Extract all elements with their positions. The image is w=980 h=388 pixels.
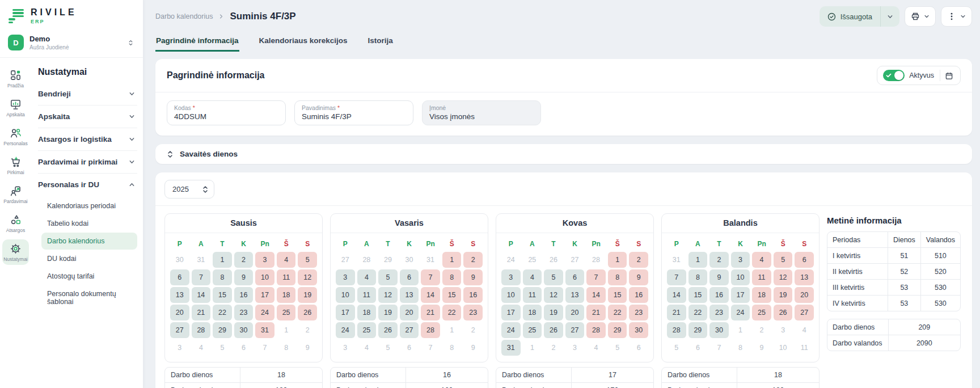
account-switcher[interactable]: D Demo Aušra Juodienė <box>7 30 136 57</box>
day-cell-restday[interactable]: 18 <box>277 287 296 303</box>
day-cell-workday[interactable]: 26 <box>378 322 398 338</box>
day-cell-workday[interactable]: 2 <box>709 252 729 268</box>
day-cell-workday[interactable]: 3 <box>731 252 750 268</box>
day-cell-restday[interactable]: 14 <box>421 287 440 303</box>
rail-item-atsargos[interactable]: Atsargos <box>2 210 29 236</box>
weekday-header[interactable]: P <box>336 238 355 250</box>
day-cell-restday[interactable]: 26 <box>774 305 793 320</box>
day-cell-restday[interactable]: 30 <box>629 322 648 338</box>
day-cell-workday[interactable]: 9 <box>709 269 729 285</box>
day-cell-workday[interactable]: 21 <box>667 305 686 320</box>
day-cell-workday[interactable]: 9 <box>234 269 254 285</box>
weekday-header[interactable]: P <box>667 238 686 250</box>
day-cell-restday[interactable]: 27 <box>795 305 814 320</box>
day-cell-workday[interactable]: 2 <box>234 252 254 268</box>
day-cell-workday[interactable]: 20 <box>400 305 419 320</box>
day-cell-workday[interactable]: 30 <box>709 322 729 338</box>
day-cell-workday[interactable]: 23 <box>234 305 254 320</box>
day-cell-workday[interactable]: 26 <box>544 322 563 338</box>
day-cell-workday[interactable]: 1 <box>213 252 232 268</box>
day-cell-workday[interactable]: 12 <box>544 287 563 303</box>
day-cell-workday[interactable]: 15 <box>213 287 232 303</box>
day-cell-restday[interactable]: 25 <box>752 305 771 320</box>
weekday-header[interactable]: S <box>629 238 648 250</box>
weekday-header[interactable]: T <box>544 238 563 250</box>
tab-istorija[interactable]: Istorija <box>368 33 394 52</box>
day-cell-workday[interactable]: 14 <box>667 287 686 303</box>
day-cell-workday[interactable]: 24 <box>501 322 521 338</box>
day-cell-workday[interactable]: 6 <box>170 269 189 285</box>
saved-button[interactable]: Išsaugota <box>820 6 880 27</box>
year-select[interactable]: 2025 <box>164 180 214 199</box>
weekday-header[interactable]: Š <box>774 238 793 250</box>
day-cell-workday[interactable]: 19 <box>544 305 563 320</box>
day-cell-restday[interactable]: 11 <box>277 269 296 285</box>
field-kodas[interactable]: Kodas *4DDSUM <box>167 100 286 125</box>
day-cell-workday[interactable]: 24 <box>336 322 355 338</box>
day-cell-workday[interactable]: 4 <box>523 269 542 285</box>
day-cell-workday[interactable]: 23 <box>709 305 729 320</box>
day-cell-restday[interactable]: 5 <box>774 252 793 268</box>
day-cell-restday[interactable]: 24 <box>255 305 274 320</box>
day-cell-workday[interactable]: 28 <box>667 322 686 338</box>
rail-item-nustatymai[interactable]: Nustatymai <box>2 239 29 265</box>
day-cell-restday[interactable]: 20 <box>795 287 814 303</box>
weekday-header[interactable]: Š <box>442 238 462 250</box>
day-cell-workday[interactable]: 11 <box>357 287 377 303</box>
day-cell-workday[interactable]: 29 <box>688 322 708 338</box>
weekday-header[interactable]: S <box>795 238 814 250</box>
day-cell-workday[interactable]: 27 <box>400 322 419 338</box>
day-cell-workday[interactable]: 13 <box>565 287 585 303</box>
active-toggle[interactable] <box>883 70 905 81</box>
day-cell-workday[interactable]: 14 <box>192 287 211 303</box>
rail-item-pirkimai[interactable]: Pirkimai <box>2 153 29 178</box>
day-cell-restday[interactable]: 23 <box>463 305 483 320</box>
day-cell-restday[interactable]: 4 <box>277 252 296 268</box>
day-cell-workday[interactable]: 10 <box>336 287 355 303</box>
sidebar-item-atostogų-tarifai[interactable]: Atostogų tarifai <box>41 268 137 285</box>
weekday-header[interactable]: Pn <box>421 238 440 250</box>
day-cell-workday[interactable]: 16 <box>234 287 254 303</box>
weekday-header[interactable]: P <box>170 238 189 250</box>
day-cell-restday[interactable]: 10 <box>255 269 274 285</box>
day-cell-workday[interactable]: 13 <box>170 287 189 303</box>
day-cell-workday[interactable]: 20 <box>565 305 585 320</box>
day-cell-restday[interactable]: 7 <box>586 269 606 285</box>
day-cell-restday[interactable]: 2 <box>629 252 648 268</box>
day-cell-workday[interactable]: 21 <box>192 305 211 320</box>
day-cell-restday[interactable]: 21 <box>586 305 606 320</box>
day-cell-restday[interactable]: 31 <box>255 322 274 338</box>
day-cell-workday[interactable]: 8 <box>688 269 708 285</box>
day-cell-workday[interactable]: 7 <box>667 269 686 285</box>
day-cell-workday[interactable]: 28 <box>192 322 211 338</box>
day-cell-workday[interactable]: 1 <box>688 252 708 268</box>
day-cell-restday[interactable]: 26 <box>298 305 317 320</box>
weekday-header[interactable]: A <box>357 238 377 250</box>
day-cell-workday[interactable]: 27 <box>565 322 585 338</box>
day-cell-restday[interactable]: 16 <box>629 287 648 303</box>
day-cell-workday[interactable]: 17 <box>336 305 355 320</box>
day-cell-workday[interactable]: 22 <box>688 305 708 320</box>
menu-group-4[interactable]: Pardavimai ir pirkimai <box>38 151 137 173</box>
print-button[interactable] <box>905 6 936 27</box>
calendar-icon-button[interactable] <box>940 71 958 80</box>
day-cell-restday[interactable]: 4 <box>752 252 771 268</box>
day-cell-restday[interactable]: 19 <box>298 287 317 303</box>
menu-group-3[interactable]: Atsargos ir logistika <box>38 128 137 150</box>
weekday-header[interactable]: K <box>400 238 419 250</box>
rail-item-personalas[interactable]: Personalas <box>2 124 29 149</box>
tab-kalendoriaus-korekcijos[interactable]: Kalendoriaus korekcijos <box>259 33 348 52</box>
weekday-header[interactable]: A <box>192 238 211 250</box>
rail-item-pradžia[interactable]: Pradžia <box>2 66 29 91</box>
day-cell-workday[interactable]: 18 <box>523 305 542 320</box>
sidebar-item-du-kodai[interactable]: DU kodai <box>41 250 137 267</box>
save-options-button[interactable] <box>880 6 899 27</box>
day-cell-restday[interactable]: 15 <box>608 287 627 303</box>
weekday-header[interactable]: S <box>463 238 483 250</box>
day-cell-restday[interactable]: 1 <box>608 252 627 268</box>
day-cell-restday[interactable]: 18 <box>752 287 771 303</box>
sidebar-item-tabelio-kodai[interactable]: Tabelio kodai <box>41 215 137 232</box>
day-cell-workday[interactable]: 25 <box>357 322 377 338</box>
field-pavadinimas[interactable]: Pavadinimas *Suminis 4F/3P <box>294 100 413 125</box>
day-cell-workday[interactable]: 7 <box>192 269 211 285</box>
